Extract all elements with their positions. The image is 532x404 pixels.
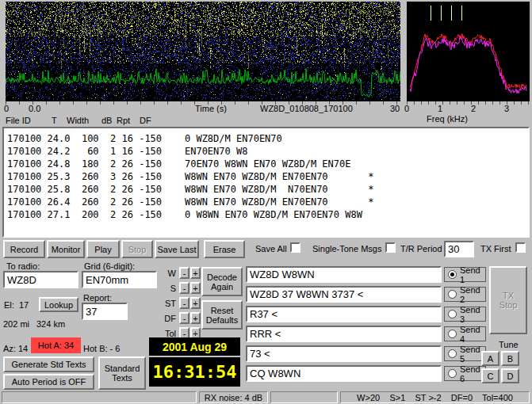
save-all-label: Save All xyxy=(255,244,287,254)
time-axis-origin-label: 0 xyxy=(4,104,9,114)
spinner-df-minus-button[interactable]: - xyxy=(179,312,189,324)
send-3-radio xyxy=(448,310,457,318)
decode-output: 170100 24.0 100 2 16 -150 0 WZ8D/M EN70E… xyxy=(2,127,530,238)
send-3-label: Send 3 xyxy=(460,305,482,324)
send-4-radio xyxy=(448,330,457,338)
erase-button[interactable]: Erase xyxy=(204,240,245,258)
message-2-input[interactable] xyxy=(246,286,442,303)
spinner-st-minus-button[interactable]: - xyxy=(179,297,189,309)
tr-period-label: T/R Period xyxy=(400,244,442,254)
send-5-radio xyxy=(448,349,457,358)
time-cursor-label: 0.0 xyxy=(29,104,40,114)
spinner-df-plus-button[interactable]: + xyxy=(190,312,201,324)
decode-col-width: Width xyxy=(67,116,89,125)
decode-col-db: dB xyxy=(101,116,112,125)
params-panel: W>20 S>1 ST >-2 DF=0 Tol=400 xyxy=(340,391,530,403)
decode-line: 170100 27.1 200 2 26 -150 0 W8WN EN70 WZ… xyxy=(7,208,525,221)
send-5-button[interactable]: Send 5 xyxy=(444,346,486,361)
tx-first-checkbox[interactable] xyxy=(515,242,526,253)
send-2-radio xyxy=(448,290,457,299)
statusbar-panel-1 xyxy=(2,391,197,403)
elevation-label: El: 17 xyxy=(4,300,29,311)
send-2-button[interactable]: Send 2 xyxy=(444,287,486,302)
send-3-button[interactable]: Send 3 xyxy=(444,307,486,322)
record-button[interactable]: Record xyxy=(3,240,45,258)
single-tone-msgs-label: Single-Tone Msgs xyxy=(312,244,381,254)
distance-mi-label: 202 mi xyxy=(3,319,29,330)
tx-stop-line1: TX xyxy=(503,291,514,300)
send-4-label: Send 4 xyxy=(460,325,482,344)
send-6-label: Send 6 xyxy=(460,364,482,383)
wsjt-window: 0 0.0 Time (s) WZ8D_010808_170100 30 0 1… xyxy=(0,0,532,404)
tx-first-label: TX First xyxy=(480,244,511,254)
save-last-button[interactable]: Save Last xyxy=(155,240,199,258)
message-4-input[interactable] xyxy=(246,326,442,342)
freq-tick-1: 1 xyxy=(438,104,442,114)
stop-button: Stop xyxy=(121,240,153,258)
statusbar-panel-3 xyxy=(270,391,338,403)
decode-line: 170100 25.8 260 2 26 -150 W8WN EN70 WZ8D… xyxy=(7,183,525,196)
tune-b-button[interactable]: B xyxy=(501,351,519,366)
decode-col-t: T xyxy=(52,116,57,125)
freq-tick-0: 0 xyxy=(404,104,409,114)
auto-period-button[interactable]: Auto Period is OFF xyxy=(3,374,94,390)
tune-d-button[interactable]: D xyxy=(501,368,519,383)
tx-stop-line2: Stop xyxy=(499,300,518,310)
message-3-input[interactable] xyxy=(246,306,442,322)
reset-defaults-button[interactable]: Reset Defaults xyxy=(201,300,243,330)
spinner-w-plus-button[interactable]: + xyxy=(190,267,201,279)
grid-input[interactable] xyxy=(82,271,157,288)
send-2-label: Send 2 xyxy=(460,285,482,304)
decode-again-button[interactable]: Decode Again xyxy=(201,267,243,296)
azimuth-label: Az: 14 xyxy=(3,344,28,354)
spinner-st-label: ST xyxy=(157,299,176,309)
freq-axis-label: Freq (kHz) xyxy=(427,114,468,124)
decode-col-file-id: File ID xyxy=(6,116,31,125)
message-6-input[interactable] xyxy=(246,365,442,382)
freq-tick-2: 2 xyxy=(471,104,476,114)
to-radio-input[interactable] xyxy=(3,271,78,288)
save-all-checkbox[interactable] xyxy=(290,242,300,253)
decode-line: 170100 24.2 60 1 16 -150 EN70EN70 W8 xyxy=(7,145,525,158)
tune-a-button[interactable]: A xyxy=(481,351,499,366)
lookup-button[interactable]: Lookup xyxy=(39,297,78,312)
spinner-s-minus-button[interactable]: - xyxy=(179,282,189,294)
send-6-button[interactable]: Send 6 xyxy=(444,366,486,381)
spinner-st-plus-button[interactable]: + xyxy=(190,297,201,309)
single-tone-msgs-checkbox[interactable] xyxy=(385,242,396,253)
spinner-s-plus-button[interactable]: + xyxy=(190,282,201,294)
send-5-label: Send 5 xyxy=(460,345,482,364)
decode-col-df: DF xyxy=(140,116,151,125)
message-5-input[interactable] xyxy=(246,345,442,362)
freq-axis-ticks xyxy=(407,101,530,105)
hot-a-badge: Hot A: 34 xyxy=(31,337,81,353)
monitor-button[interactable]: Monitor xyxy=(47,240,85,258)
decode-line: 170100 24.0 100 2 16 -150 0 WZ8D/M EN70E… xyxy=(7,132,525,145)
decode-col-rpt: Rpt xyxy=(117,116,130,125)
send-1-button[interactable]: Send 1 xyxy=(444,267,486,282)
tr-period-input[interactable] xyxy=(444,241,474,257)
standard-texts-button[interactable]: Standard Texts xyxy=(98,356,146,390)
spinner-w-label: W xyxy=(157,269,176,279)
tune-label: Tune xyxy=(499,340,519,350)
send-1-radio xyxy=(448,270,457,279)
hot-b-label: Hot B: - 6 xyxy=(83,344,120,354)
distance-km-label: 324 km xyxy=(36,319,65,330)
tune-c-button[interactable]: C xyxy=(481,368,499,383)
send-4-button[interactable]: Send 4 xyxy=(444,326,486,341)
time-display: 16:31:54 xyxy=(149,357,240,387)
decode-line: 170100 24.8 180 2 26 -150 70EN70 W8WN EN… xyxy=(7,158,525,170)
rx-noise-panel: RX noise: 4 dB xyxy=(199,391,268,403)
spectrum-canvas xyxy=(407,2,530,101)
spinner-s-label: S xyxy=(157,284,176,294)
generate-std-texts-button[interactable]: Generate Std Texts xyxy=(3,356,94,372)
report-input[interactable] xyxy=(82,303,128,320)
play-button[interactable]: Play xyxy=(86,240,120,258)
message-1-input[interactable] xyxy=(246,266,442,283)
time-axis-label: Time (s) xyxy=(195,104,227,114)
spinner-df-label: DF xyxy=(157,314,176,324)
spinner-w-minus-button[interactable]: - xyxy=(179,267,189,279)
waterfall-canvas[interactable] xyxy=(6,2,400,101)
tx-stop-button: TX Stop xyxy=(489,266,527,334)
decode-line: 170100 25.3 260 3 26 -150 W8WN EN70 WZ8D… xyxy=(7,170,525,183)
